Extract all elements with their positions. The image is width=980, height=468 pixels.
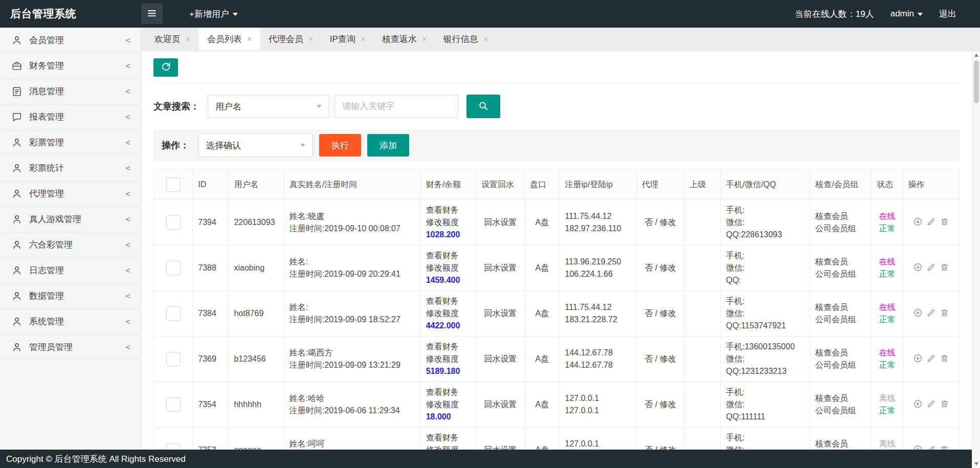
edit-amount-link[interactable]: 修改额度 <box>426 262 471 274</box>
tab-3[interactable]: IP查询 × <box>322 28 374 51</box>
edit-amount-link[interactable]: 修改额度 <box>426 444 471 450</box>
scroll-up-arrow[interactable] <box>974 51 978 59</box>
add-user-dropdown[interactable]: +新增用户 <box>189 8 238 20</box>
view-finance-link[interactable]: 查看财务 <box>426 386 471 398</box>
view-finance-link[interactable]: 查看财务 <box>426 341 471 353</box>
sidebar-item-10[interactable]: 数据管理 < <box>0 283 141 309</box>
sidebar-item-2[interactable]: 消息管理 < <box>0 79 141 104</box>
sidebar-item-11[interactable]: 系统管理 < <box>0 309 141 335</box>
row-checkbox[interactable] <box>166 352 181 366</box>
close-icon[interactable]: × <box>247 34 252 44</box>
row-checkbox[interactable] <box>166 397 181 412</box>
close-icon[interactable]: × <box>361 34 366 44</box>
online-status: 在线 <box>877 347 897 359</box>
sidebar-item-5[interactable]: 彩票统计 < <box>0 155 141 181</box>
sidebar-item-8[interactable]: 六合彩管理 < <box>0 232 141 258</box>
row-checkbox[interactable] <box>166 215 181 230</box>
view-finance-link[interactable]: 查看财务 <box>426 432 471 444</box>
check-member-link[interactable]: 核查会员 <box>815 301 866 314</box>
close-icon[interactable]: × <box>422 34 427 44</box>
check-member-link[interactable]: 核查会员 <box>815 347 866 359</box>
delete-button[interactable] <box>940 308 949 319</box>
sidebar-item-4[interactable]: 彩票管理 < <box>0 130 141 155</box>
cell-parent <box>684 428 721 450</box>
rebate-settings-link[interactable]: 回水设置 <box>484 309 517 318</box>
agent-modify-link[interactable]: 否 / 修改 <box>644 400 676 409</box>
agent-modify-link[interactable]: 否 / 修改 <box>644 354 676 363</box>
refresh-button[interactable] <box>153 58 178 77</box>
add-button[interactable]: 添加 <box>367 134 409 157</box>
edit-amount-link[interactable]: 修改额度 <box>426 216 471 229</box>
view-finance-link[interactable]: 查看财务 <box>426 250 471 262</box>
search-button[interactable] <box>466 95 500 118</box>
edit-amount-link[interactable]: 修改额度 <box>426 353 471 365</box>
row-checkbox[interactable] <box>166 443 181 450</box>
agent-modify-link[interactable]: 否 / 修改 <box>644 263 676 272</box>
check-member-link[interactable]: 核查会员 <box>815 256 866 268</box>
tab-2[interactable]: 代理会员 × <box>260 28 322 51</box>
agent-modify-link[interactable]: 否 / 修改 <box>644 445 676 450</box>
check-member-link[interactable]: 核查会员 <box>815 438 866 450</box>
sidebar-item-9[interactable]: 日志管理 < <box>0 258 141 283</box>
delete-button[interactable] <box>940 353 949 365</box>
logout-button[interactable]: 退出 <box>939 8 956 20</box>
admin-menu[interactable]: admin <box>890 9 923 19</box>
delete-button[interactable] <box>940 262 949 274</box>
search-input[interactable] <box>335 95 458 118</box>
vertical-scrollbar[interactable] <box>972 51 980 468</box>
delete-button[interactable] <box>940 399 949 410</box>
download-button[interactable] <box>913 217 923 228</box>
edit-button[interactable] <box>926 444 936 450</box>
login-ip: 183.21.228.72 <box>565 314 631 326</box>
download-button[interactable] <box>913 444 923 450</box>
rebate-settings-link[interactable]: 回水设置 <box>484 354 517 363</box>
rebate-settings-link[interactable]: 回水设置 <box>484 445 517 450</box>
search-type-select[interactable]: 用户名 <box>208 95 329 118</box>
close-icon[interactable]: × <box>186 34 191 44</box>
rebate-settings-link[interactable]: 回水设置 <box>484 263 517 272</box>
edit-button[interactable] <box>926 399 936 410</box>
tab-4[interactable]: 核查返水 × <box>374 28 435 51</box>
download-button[interactable] <box>913 399 923 410</box>
row-checkbox[interactable] <box>166 261 181 275</box>
sidebar-item-12[interactable]: 管理员管理 < <box>0 335 141 360</box>
agent-modify-link[interactable]: 否 / 修改 <box>644 309 676 318</box>
scroll-down-arrow[interactable] <box>974 460 978 468</box>
sidebar-item-0[interactable]: 会员管理 < <box>0 28 141 53</box>
sidebar-item-1[interactable]: 财务管理 < <box>0 53 141 79</box>
edit-button[interactable] <box>926 217 936 228</box>
sidebar-item-6[interactable]: 代理管理 < <box>0 181 141 207</box>
agent-modify-link[interactable]: 否 / 修改 <box>644 218 676 227</box>
row-checkbox[interactable] <box>166 306 181 321</box>
rebate-settings-link[interactable]: 回水设置 <box>484 400 517 409</box>
action-select[interactable]: 选择确认 <box>198 133 313 157</box>
edit-button[interactable] <box>926 262 936 274</box>
delete-button[interactable] <box>940 444 949 450</box>
scrollbar-thumb[interactable] <box>974 60 979 103</box>
sidebar-item-label: 数据管理 <box>29 290 125 302</box>
edit-button[interactable] <box>926 308 936 319</box>
download-button[interactable] <box>913 308 923 319</box>
sidebar-item-7[interactable]: 真人游戏管理 < <box>0 207 141 232</box>
edit-button[interactable] <box>926 353 936 365</box>
tab-5[interactable]: 银行信息 × <box>435 28 497 51</box>
tab-0[interactable]: 欢迎页 × <box>146 28 199 51</box>
download-button[interactable] <box>913 353 923 365</box>
view-finance-link[interactable]: 查看财务 <box>426 204 471 216</box>
check-member-link[interactable]: 核查会员 <box>815 210 866 222</box>
check-member-link[interactable]: 核查会员 <box>815 392 866 405</box>
close-icon[interactable]: × <box>483 34 488 44</box>
select-all-checkbox[interactable] <box>166 177 181 192</box>
tab-1[interactable]: 会员列表 × <box>199 28 260 51</box>
execute-button[interactable]: 执行 <box>319 134 361 157</box>
edit-amount-link[interactable]: 修改额度 <box>426 307 471 320</box>
view-finance-link[interactable]: 查看财务 <box>426 295 471 307</box>
edit-amount-link[interactable]: 修改额度 <box>426 398 471 411</box>
download-button[interactable] <box>913 262 923 274</box>
header-rebate: 设置回水 <box>476 170 524 200</box>
delete-button[interactable] <box>940 217 949 228</box>
sidebar-toggle-button[interactable] <box>141 4 163 24</box>
sidebar-item-3[interactable]: 报表管理 < <box>0 104 141 130</box>
close-icon[interactable]: × <box>308 34 314 44</box>
rebate-settings-link[interactable]: 回水设置 <box>484 218 517 227</box>
